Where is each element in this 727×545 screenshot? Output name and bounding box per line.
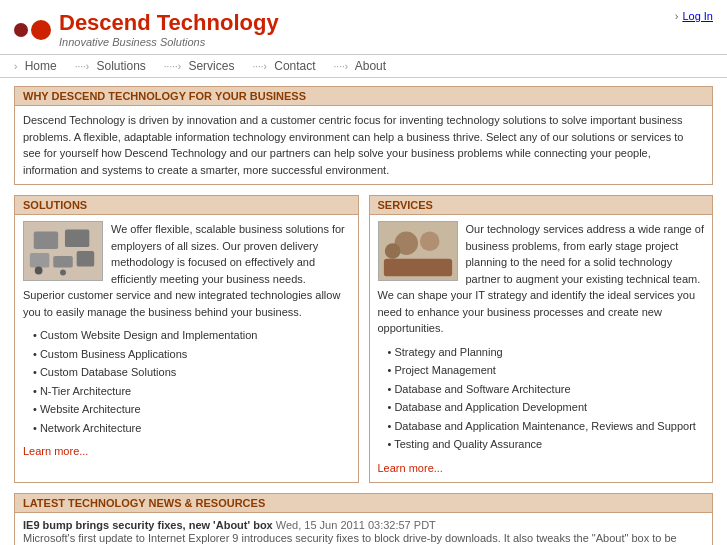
- logo-circle-red: [31, 20, 51, 40]
- services-image: [378, 221, 458, 281]
- news-item-0: IE9 bump brings security fixes, new 'Abo…: [23, 519, 704, 545]
- solutions-title: Solutions: [15, 196, 358, 215]
- services-body: Our technology services address a wide r…: [370, 215, 713, 482]
- services-highlight: Strategy and Planning: [378, 343, 705, 362]
- svg-rect-2: [65, 230, 89, 248]
- logo-text: Descend Technology Innovative Business S…: [59, 10, 279, 48]
- why-section: Why Descend Technology For Your Business…: [14, 86, 713, 185]
- login-link[interactable]: Log In: [682, 10, 713, 22]
- two-column-section: Solutions: [14, 195, 713, 483]
- logo-circles: [14, 20, 51, 40]
- services-box: Services Our technology services address…: [369, 195, 714, 483]
- solutions-box: Solutions: [14, 195, 359, 483]
- svg-rect-5: [77, 251, 95, 267]
- solutions-item-5: Network Architecture: [23, 419, 350, 438]
- news-date-0: Wed, 15 Jun 2011 03:32:57 PDT: [276, 519, 436, 531]
- services-title: Services: [370, 196, 713, 215]
- solutions-body: We offer flexible, scalable business sol…: [15, 215, 358, 466]
- solutions-item-3: N-Tier Architecture: [23, 382, 350, 401]
- why-title: Why Descend Technology For Your Business: [15, 87, 712, 106]
- company-tagline: Innovative Business Solutions: [59, 36, 279, 48]
- svg-rect-3: [30, 253, 49, 268]
- services-learn-more[interactable]: Learn more...: [378, 460, 705, 477]
- why-body: Descend Technology is driven by innovati…: [15, 106, 712, 184]
- login-arrow-icon: ›: [675, 10, 679, 22]
- svg-point-10: [419, 232, 439, 252]
- main-nav: › Home ····› Solutions ·····› Services ·…: [0, 54, 727, 78]
- services-list: Strategy and Planning Project Management…: [378, 343, 705, 454]
- nav-item-solutions[interactable]: ····› Solutions: [75, 59, 146, 73]
- services-item-3: Database and Application Development: [378, 398, 705, 417]
- news-body: IE9 bump brings security fixes, new 'Abo…: [15, 513, 712, 545]
- main-content: Why Descend Technology For Your Business…: [0, 78, 727, 545]
- solutions-item-1: Custom Business Applications: [23, 345, 350, 364]
- nav-item-home[interactable]: › Home: [14, 59, 57, 73]
- news-section: Latest Technology News & Resources IE9 b…: [14, 493, 713, 545]
- svg-rect-1: [34, 232, 58, 250]
- solutions-list: Custom Website Design and Implementation…: [23, 326, 350, 437]
- svg-point-7: [60, 270, 66, 276]
- solutions-item-2: Custom Database Solutions: [23, 363, 350, 382]
- news-title: Latest Technology News & Resources: [15, 494, 712, 513]
- svg-point-11: [384, 244, 400, 260]
- header: Descend Technology Innovative Business S…: [0, 0, 727, 48]
- solutions-item-4: Website Architecture: [23, 400, 350, 419]
- services-item-1: Project Management: [378, 361, 705, 380]
- logo-circle-dark: [14, 23, 28, 37]
- solutions-highlight: Custom Website Design and Implementation: [23, 326, 350, 345]
- company-name: Descend Technology: [59, 10, 279, 36]
- services-item-4: Database and Application Maintenance, Re…: [378, 417, 705, 436]
- news-body-text-0: Microsoft's first update to Internet Exp…: [23, 531, 704, 545]
- solutions-learn-more[interactable]: Learn more...: [23, 443, 350, 460]
- solutions-image: [23, 221, 103, 281]
- news-headline-0: IE9 bump brings security fixes, new 'Abo…: [23, 519, 273, 531]
- services-item-2: Database and Software Architecture: [378, 380, 705, 399]
- logo-area: Descend Technology Innovative Business S…: [14, 10, 279, 48]
- svg-rect-4: [53, 256, 73, 268]
- services-item-5: Testing and Quality Assurance: [378, 435, 705, 454]
- svg-rect-12: [383, 259, 451, 277]
- nav-item-about[interactable]: ····› About: [334, 59, 386, 73]
- nav-item-contact[interactable]: ····› Contact: [252, 59, 315, 73]
- login-area[interactable]: › Log In: [675, 10, 713, 22]
- svg-point-6: [35, 267, 43, 275]
- nav-item-services[interactable]: ·····› Services: [164, 59, 235, 73]
